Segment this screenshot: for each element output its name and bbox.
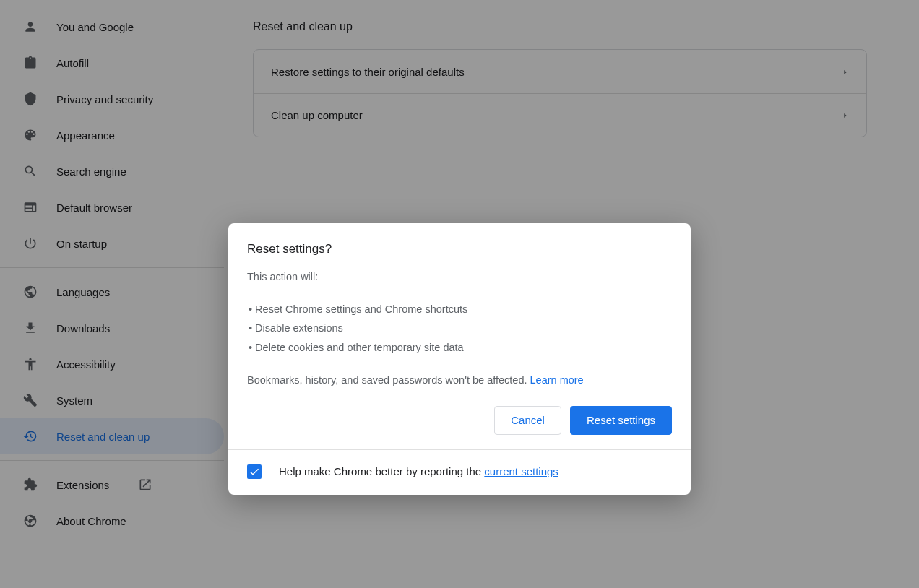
reset-settings-dialog: Reset settings? This action will: • Rese…	[228, 223, 691, 494]
checkbox-label: Help make Chrome better by reporting the…	[279, 465, 558, 477]
dialog-bullet: • Disable extensions	[249, 319, 672, 337]
dialog-bullet: • Delete cookies and other temporary sit…	[249, 338, 672, 357]
dialog-footer-text: Bookmarks, history, and saved passwords …	[247, 374, 672, 386]
dialog-bullet-list: • Reset Chrome settings and Chrome short…	[247, 300, 672, 356]
dialog-lead: This action will:	[247, 271, 672, 282]
cancel-button[interactable]: Cancel	[494, 406, 561, 435]
report-settings-checkbox[interactable]	[247, 464, 262, 479]
dialog-checkbox-row: Help make Chrome better by reporting the…	[228, 449, 691, 495]
reset-settings-button[interactable]: Reset settings	[570, 406, 672, 435]
current-settings-link[interactable]: current settings	[484, 465, 558, 477]
modal-overlay[interactable]: Reset settings? This action will: • Rese…	[0, 0, 919, 588]
learn-more-link[interactable]: Learn more	[527, 374, 584, 386]
dialog-bullet: • Reset Chrome settings and Chrome short…	[249, 300, 672, 319]
dialog-title: Reset settings?	[247, 242, 672, 256]
